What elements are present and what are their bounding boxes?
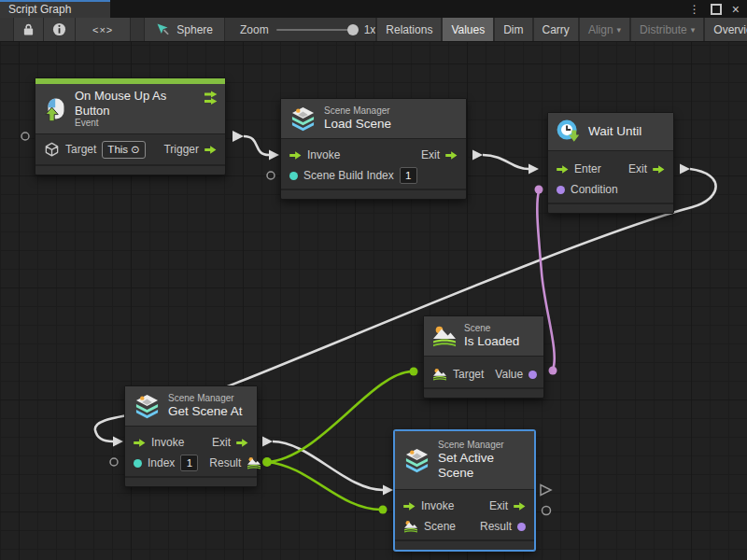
script-graph-window: Script Graph ⋮ × <×> Sphere Zoom 1x <box>0 0 747 560</box>
scene-label: Scene <box>424 520 456 533</box>
flow-arrow-icon <box>204 146 217 154</box>
flow-arrow-icon <box>514 502 526 511</box>
condition-port-icon <box>557 186 565 194</box>
target-picker-icon[interactable]: ⊙ <box>131 143 140 156</box>
flow-arrow-icon <box>653 165 665 174</box>
node-load-scene[interactable]: Scene Manager Load Scene Invoke Exit Sce… <box>280 98 467 200</box>
exit-label: Exit <box>489 499 508 512</box>
port-waituntil-exit-out[interactable] <box>680 164 690 175</box>
scene-icon <box>432 368 447 381</box>
node-title: Wait Until <box>588 124 641 139</box>
node-category: Scene Manager <box>324 105 391 117</box>
node-title: Is Loaded <box>464 334 519 349</box>
result-port-icon <box>517 523 526 531</box>
scene-icon <box>247 456 261 469</box>
port-setactive-exit-unconnected[interactable] <box>541 485 551 496</box>
scene-build-index-input[interactable]: 1 <box>400 167 417 184</box>
value-label: Value <box>495 368 523 381</box>
node-title: Get Scene At <box>168 404 243 419</box>
port-setactive-invoke-in[interactable] <box>383 485 393 496</box>
node-set-active-scene[interactable]: Scene Manager Set Active Scene Invoke Ex… <box>394 430 535 551</box>
result-label: Result <box>480 520 512 533</box>
node-footer <box>281 189 466 199</box>
flow-arrow-icon <box>403 502 416 511</box>
trigger-label: Trigger <box>163 143 199 156</box>
flow-arrow-icon <box>445 151 458 160</box>
scene-icon <box>432 325 457 347</box>
port-getsceneat-exit-out[interactable] <box>262 437 273 447</box>
coroutine-arrows-icon <box>204 91 218 105</box>
int-port-icon <box>289 172 298 180</box>
node-footer <box>395 539 534 550</box>
scene-icon <box>403 520 418 533</box>
exit-label: Exit <box>421 148 440 161</box>
scene-manager-icon <box>289 106 317 132</box>
invoke-label: Invoke <box>151 436 184 449</box>
node-category: Scene Manager <box>438 440 526 451</box>
port-isloaded-value-out[interactable] <box>549 367 557 375</box>
result-label: Result <box>209 456 241 469</box>
port-setactive-scene-in[interactable] <box>379 506 388 514</box>
wire-result-to-isloaded-target[interactable] <box>267 371 412 462</box>
condition-label: Condition <box>571 183 618 196</box>
flow-arrow-icon <box>557 165 569 174</box>
mouse-icon <box>43 97 67 121</box>
port-trigger-out[interactable] <box>233 131 244 142</box>
flow-arrow-icon <box>134 439 146 447</box>
int-port-icon <box>134 459 142 468</box>
invoke-label: Invoke <box>307 148 340 161</box>
cube-icon <box>44 142 60 158</box>
enter-label: Enter <box>574 162 601 175</box>
node-is-loaded[interactable]: Scene Is Loaded Target Value <box>423 315 544 399</box>
port-mouseup-target-unconnected[interactable] <box>21 133 29 140</box>
port-loadscene-exit-out[interactable] <box>472 150 483 161</box>
wire-exit-to-setactive-invoke[interactable] <box>273 441 383 490</box>
node-subtitle: Event <box>75 118 196 129</box>
flow-arrow-icon <box>236 439 248 447</box>
flow-arrow-icon <box>289 151 302 160</box>
port-isloaded-target-in[interactable] <box>410 368 418 376</box>
index-input[interactable]: 1 <box>180 455 198 471</box>
wire-trigger-to-invoke[interactable] <box>244 136 269 155</box>
port-getsceneat-result-out[interactable] <box>262 457 272 467</box>
node-title: Set Active Scene <box>438 451 526 481</box>
node-wait-until[interactable]: Wait Until Enter Exit Condition <box>547 112 674 214</box>
scene-manager-icon <box>403 448 430 473</box>
target-label: Target <box>65 143 96 156</box>
port-loadscene-invoke-in[interactable] <box>269 150 279 161</box>
target-value-chip[interactable]: This ⊙ <box>102 141 145 159</box>
node-footer <box>548 203 673 213</box>
exit-label: Exit <box>628 162 647 175</box>
scene-manager-icon <box>134 394 161 419</box>
wire-exit-to-enter[interactable] <box>483 155 529 169</box>
port-loadscene-index-unconnected[interactable] <box>267 172 275 179</box>
value-port-icon <box>529 371 537 379</box>
node-footer <box>125 476 257 486</box>
node-footer <box>424 387 543 398</box>
port-waituntil-condition-in[interactable] <box>535 186 543 194</box>
node-title: Load Scene <box>324 117 391 132</box>
index-label: Index <box>148 456 175 469</box>
target-label: Target <box>453 368 484 381</box>
scene-build-index-label: Scene Build Index <box>303 169 394 182</box>
node-footer <box>35 164 225 175</box>
port-getsceneat-index-unconnected[interactable] <box>110 458 118 466</box>
node-category: Scene Manager <box>168 393 243 404</box>
port-waituntil-enter-in[interactable] <box>529 164 539 175</box>
port-getsceneat-invoke-in[interactable] <box>113 437 123 447</box>
node-on-mouse-up-as-button[interactable]: On Mouse Up As Button Event Target This … <box>35 77 226 175</box>
node-category: Scene <box>464 323 519 334</box>
invoke-label: Invoke <box>421 499 454 512</box>
clock-icon <box>557 119 581 144</box>
node-title: On Mouse Up As Button <box>75 89 196 118</box>
port-setactive-result-unconnected[interactable] <box>543 507 551 515</box>
node-get-scene-at[interactable]: Scene Manager Get Scene At Invoke Exit I… <box>124 385 258 487</box>
exit-label: Exit <box>212 436 231 449</box>
